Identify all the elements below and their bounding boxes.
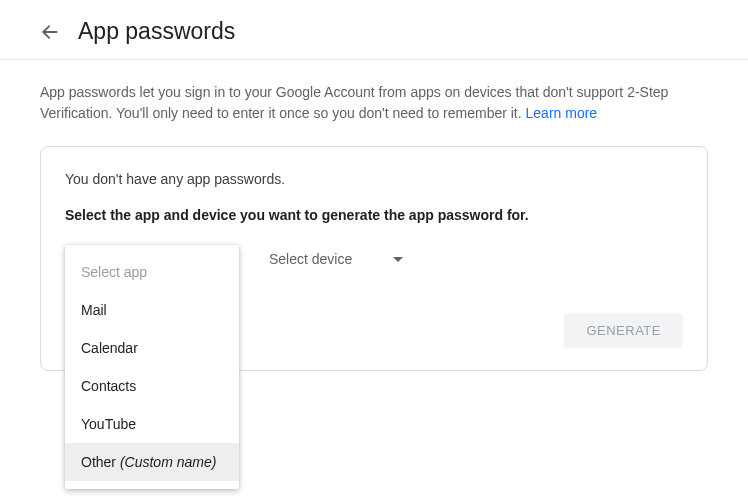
select-device-dropdown-trigger[interactable]: Select device [255, 245, 415, 273]
dropdown-option-youtube[interactable]: YouTube [65, 405, 239, 443]
dropdown-option-other[interactable]: Other (Custom name) [65, 443, 239, 481]
description-text: App passwords let you sign in to your Go… [40, 82, 708, 124]
generate-button[interactable]: GENERATE [564, 313, 683, 348]
instruction-text: Select the app and device you want to ge… [65, 207, 683, 223]
page-header: App passwords [0, 0, 748, 60]
page-title: App passwords [78, 18, 235, 45]
selectors-row: Select app Select device Select app Mail… [65, 245, 683, 273]
select-app-dropdown-menu: Select app Mail Calendar Contacts YouTub… [65, 245, 239, 489]
dropdown-option-other-suffix: (Custom name) [120, 454, 216, 470]
app-passwords-card: You don't have any app passwords. Select… [40, 146, 708, 371]
back-arrow-icon[interactable] [40, 22, 60, 42]
dropdown-option-mail[interactable]: Mail [65, 291, 239, 329]
chevron-down-icon [393, 257, 403, 262]
select-device-label: Select device [269, 251, 352, 267]
dropdown-option-other-prefix: Other [81, 454, 120, 470]
learn-more-link[interactable]: Learn more [526, 105, 598, 121]
dropdown-placeholder: Select app [65, 253, 239, 291]
dropdown-option-contacts[interactable]: Contacts [65, 367, 239, 405]
content-area: App passwords let you sign in to your Go… [0, 60, 748, 371]
no-passwords-text: You don't have any app passwords. [65, 171, 683, 187]
dropdown-option-calendar[interactable]: Calendar [65, 329, 239, 367]
